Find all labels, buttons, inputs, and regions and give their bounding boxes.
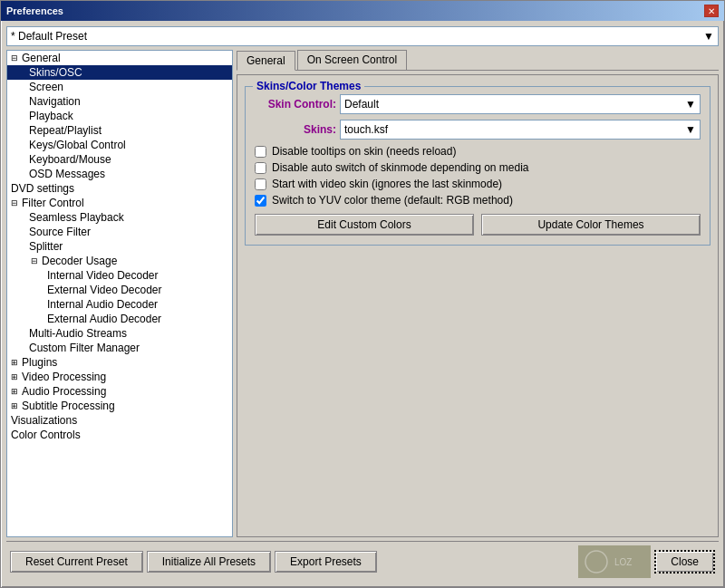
preset-value: * Default Preset: [11, 30, 87, 43]
sidebar-label-source-filter: Source Filter: [29, 226, 91, 238]
sidebar-label-keys-global: Keys/Global Control: [29, 139, 126, 151]
sidebar: ⊟ General Skins/OSC Screen Navigation Pl…: [6, 50, 233, 537]
expander-video-icon: ⊞: [9, 372, 20, 381]
sidebar-label-general: General: [22, 52, 61, 64]
sidebar-item-osd-messages[interactable]: OSD Messages: [7, 167, 232, 181]
sidebar-label-audio-processing: Audio Processing: [22, 385, 106, 398]
sidebar-item-repeat-playlist[interactable]: Repeat/Playlist: [7, 123, 232, 138]
skins-color-themes-group: Skins/Color Themes Skin Control: Default…: [245, 86, 710, 246]
watermark: LOZ: [578, 545, 651, 578]
skins-value: touch.ksf: [344, 123, 388, 136]
expander-icon: ⊟: [9, 53, 20, 63]
tabs-row: General On Screen Control: [237, 50, 719, 71]
skin-control-dropdown[interactable]: Default ▼: [340, 94, 701, 114]
sidebar-label-external-video-decoder: External Video Decoder: [47, 284, 162, 296]
bottom-right-buttons: LOZ Close: [578, 545, 715, 578]
bottom-bar: Reset Current Preset Initialize All Pres…: [6, 541, 719, 582]
checkbox-label-disable-tooltips: Disable tooltips on skin (needs reload): [272, 145, 456, 158]
sidebar-item-external-audio-decoder[interactable]: External Audio Decoder: [7, 312, 232, 326]
sidebar-item-general[interactable]: ⊟ General: [7, 51, 232, 65]
sidebar-item-navigation[interactable]: Navigation: [7, 94, 232, 109]
skins-dropdown[interactable]: touch.ksf ▼: [340, 120, 701, 140]
reset-current-preset-button[interactable]: Reset Current Preset: [10, 551, 143, 573]
sidebar-label-subtitle-processing: Subtitle Processing: [22, 400, 115, 412]
export-presets-button[interactable]: Export Presets: [275, 551, 377, 573]
checkbox-switch-yuv[interactable]: [255, 195, 266, 207]
bottom-left-buttons: Reset Current Preset Initialize All Pres…: [10, 551, 377, 573]
sidebar-item-seamless-playback[interactable]: Seamless Playback: [7, 210, 232, 225]
sidebar-label-dvd-settings: DVD settings: [11, 182, 74, 195]
skins-label: Skins:: [255, 123, 336, 136]
expander-plugins-icon: ⊞: [9, 358, 20, 367]
main-area: ⊟ General Skins/OSC Screen Navigation Pl…: [6, 50, 719, 537]
skins-arrow: ▼: [685, 123, 696, 136]
checkbox-row-3: Start with video skin (ignores the last …: [255, 178, 701, 190]
checkbox-label-start-video-skin: Start with video skin (ignores the last …: [272, 178, 502, 190]
sidebar-item-audio-processing[interactable]: ⊞ Audio Processing: [7, 384, 232, 399]
checkbox-disable-auto-switch[interactable]: [255, 162, 266, 174]
sidebar-item-source-filter[interactable]: Source Filter: [7, 225, 232, 239]
sidebar-label-keyboard-mouse: Keyboard/Mouse: [29, 153, 111, 166]
sidebar-item-visualizations[interactable]: Visualizations: [7, 413, 232, 428]
initialize-all-presets-button[interactable]: Initialize All Presets: [147, 551, 271, 573]
sidebar-label-seamless-playback: Seamless Playback: [29, 211, 124, 224]
sidebar-label-repeat-playlist: Repeat/Playlist: [29, 124, 102, 137]
sidebar-item-video-processing[interactable]: ⊞ Video Processing: [7, 370, 232, 384]
skins-row: Skins: touch.ksf ▼: [255, 120, 701, 140]
panel-content: Skins/Color Themes Skin Control: Default…: [237, 74, 719, 537]
skin-control-label: Skin Control:: [255, 98, 336, 111]
sidebar-label-skins-osc: Skins/OSC: [29, 66, 82, 79]
sidebar-item-filter-control[interactable]: ⊟ Filter Control: [7, 196, 232, 210]
skin-control-arrow: ▼: [685, 98, 696, 111]
close-window-button[interactable]: ✕: [704, 5, 719, 17]
sidebar-label-color-controls: Color Controls: [11, 429, 81, 441]
preferences-window: Preferences ✕ * Default Preset ▼ ⊟ Gener…: [0, 0, 725, 588]
sidebar-item-skins-osc[interactable]: Skins/OSC: [7, 65, 232, 80]
preset-dropdown[interactable]: * Default Preset ▼: [6, 26, 719, 46]
right-panel: General On Screen Control Skins/Color Th…: [237, 50, 719, 537]
sidebar-item-dvd-settings[interactable]: DVD settings: [7, 181, 232, 196]
update-color-themes-button[interactable]: Update Color Themes: [481, 214, 701, 236]
expander-filter-icon: ⊟: [9, 198, 20, 207]
expander-subtitle-icon: ⊞: [9, 401, 20, 410]
sidebar-item-plugins[interactable]: ⊞ Plugins: [7, 355, 232, 370]
tab-general[interactable]: General: [237, 51, 295, 71]
sidebar-item-keyboard-mouse[interactable]: Keyboard/Mouse: [7, 152, 232, 167]
svg-text:LOZ: LOZ: [614, 557, 632, 567]
sidebar-label-visualizations: Visualizations: [11, 414, 77, 427]
sidebar-label-internal-video-decoder: Internal Video Decoder: [47, 269, 159, 282]
sidebar-item-internal-video-decoder[interactable]: Internal Video Decoder: [7, 268, 232, 283]
checkbox-start-video-skin[interactable]: [255, 178, 266, 190]
close-button[interactable]: Close: [654, 550, 715, 574]
sidebar-label-navigation: Navigation: [29, 95, 81, 108]
sidebar-label-playback: Playback: [29, 110, 73, 122]
sidebar-label-screen: Screen: [29, 81, 63, 93]
sidebar-item-internal-audio-decoder[interactable]: Internal Audio Decoder: [7, 297, 232, 312]
sidebar-item-screen[interactable]: Screen: [7, 80, 232, 94]
sidebar-item-subtitle-processing[interactable]: ⊞ Subtitle Processing: [7, 399, 232, 413]
sidebar-item-external-video-decoder[interactable]: External Video Decoder: [7, 283, 232, 297]
checkbox-label-disable-auto-switch: Disable auto switch of skinmode dependin…: [272, 161, 529, 174]
group-box-title: Skins/Color Themes: [253, 80, 364, 92]
edit-custom-colors-button[interactable]: Edit Custom Colors: [255, 214, 474, 236]
sidebar-item-splitter[interactable]: Splitter: [7, 239, 232, 254]
sidebar-item-color-controls[interactable]: Color Controls: [7, 428, 232, 442]
sidebar-item-playback[interactable]: Playback: [7, 109, 232, 123]
title-bar: Preferences ✕: [1, 1, 724, 21]
preset-arrow: ▼: [703, 30, 714, 43]
sidebar-item-keys-global[interactable]: Keys/Global Control: [7, 138, 232, 152]
tab-on-screen-control[interactable]: On Screen Control: [297, 50, 407, 70]
checkbox-disable-tooltips[interactable]: [255, 146, 266, 158]
sidebar-item-decoder-usage[interactable]: ⊟ Decoder Usage: [7, 254, 232, 268]
sidebar-item-custom-filter-manager[interactable]: Custom Filter Manager: [7, 341, 232, 355]
sidebar-label-external-audio-decoder: External Audio Decoder: [47, 313, 161, 325]
sidebar-item-multi-audio[interactable]: Multi-Audio Streams: [7, 326, 232, 341]
checkbox-row-4: Switch to YUV color theme (default: RGB …: [255, 194, 701, 207]
window-content: * Default Preset ▼ ⊟ General Skins/OSC S…: [1, 21, 724, 587]
skin-control-value: Default: [344, 98, 379, 111]
panel-buttons-row: Edit Custom Colors Update Color Themes: [255, 214, 701, 236]
svg-point-0: [585, 551, 607, 573]
skin-control-row: Skin Control: Default ▼: [255, 94, 701, 114]
sidebar-label-decoder-usage: Decoder Usage: [42, 255, 117, 267]
expander-audio-icon: ⊞: [9, 387, 20, 396]
